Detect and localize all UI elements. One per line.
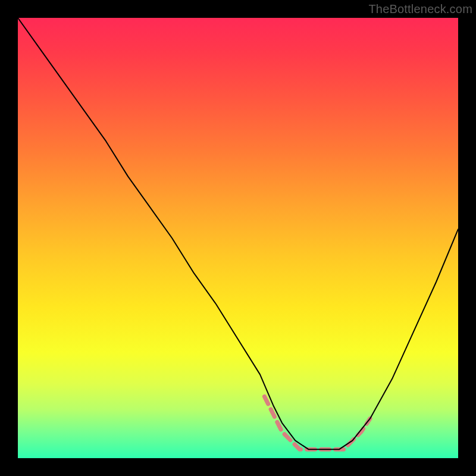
watermark-label: TheBottleneck.com: [368, 2, 472, 16]
curve-svg: [18, 18, 458, 458]
chart-stage: TheBottleneck.com: [0, 0, 476, 476]
bottleneck-curve: [18, 18, 458, 449]
plot-area: [18, 18, 458, 458]
bottom-highlight-front: [264, 396, 370, 449]
